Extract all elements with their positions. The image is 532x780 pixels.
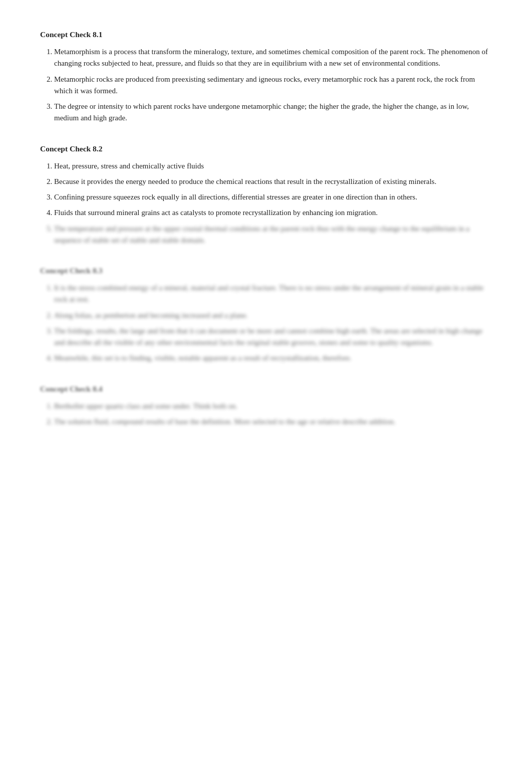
concept-check-81-title: Concept Check 8.1 [40, 30, 492, 39]
concept-check-82-section: Concept Check 8.2 Heat, pressure, stress… [40, 144, 492, 247]
list-item: Fluids that surround mineral grains act … [54, 207, 492, 219]
list-item: It is the stress combined energy of a mi… [54, 282, 492, 306]
list-item: Berthollet upper quartz class and some u… [54, 401, 492, 412]
list-item: Confining pressure squeezes rock equally… [54, 191, 492, 203]
list-item: Meanwhile, this set is to finding, visib… [54, 352, 492, 364]
concept-check-84-list: Berthollet upper quartz class and some u… [54, 401, 492, 428]
list-item: Because it provides the energy needed to… [54, 176, 492, 187]
list-item: The foldings, results, the large and fro… [54, 325, 492, 349]
concept-check-81-section: Concept Check 8.1 Metamorphism is a proc… [40, 30, 492, 124]
concept-check-81-list: Metamorphism is a process that transform… [54, 46, 492, 124]
concept-check-83-section: Concept Check 8.3 It is the stress combi… [40, 266, 492, 364]
list-item-blurred: The temperature and pressure at the uppe… [54, 223, 492, 247]
concept-check-83-title: Concept Check 8.3 [40, 266, 492, 275]
concept-check-83-list: It is the stress combined energy of a mi… [54, 282, 492, 364]
list-item: Metamorphism is a process that transform… [54, 46, 492, 70]
list-item: Along folias, as pemberton and becoming … [54, 310, 492, 321]
list-item: The degree or intensity to which parent … [54, 101, 492, 124]
concept-check-84-section: Concept Check 8.4 Berthollet upper quart… [40, 384, 492, 428]
list-item: The solution fluid, compound results of … [54, 416, 492, 428]
concept-check-82-title: Concept Check 8.2 [40, 144, 492, 153]
concept-check-82-list: Heat, pressure, stress and chemically ac… [54, 160, 492, 247]
list-item: Heat, pressure, stress and chemically ac… [54, 160, 492, 172]
list-item: Metamorphic rocks are produced from pree… [54, 74, 492, 97]
concept-check-84-title: Concept Check 8.4 [40, 384, 492, 394]
